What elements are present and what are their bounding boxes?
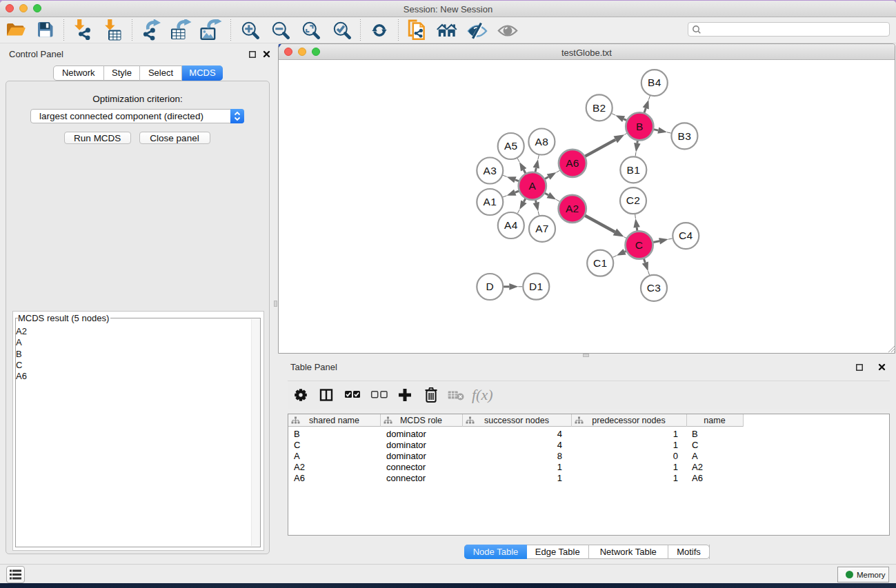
svg-text:B4: B4 <box>648 77 661 88</box>
svg-text:C: C <box>635 239 644 251</box>
svg-text:A3: A3 <box>484 165 497 176</box>
svg-text:B: B <box>636 121 644 132</box>
svg-text:C2: C2 <box>626 194 640 206</box>
svg-text:D: D <box>486 281 495 292</box>
svg-text:D1: D1 <box>529 281 543 292</box>
svg-text:A8: A8 <box>535 136 549 148</box>
svg-text:A5: A5 <box>504 140 518 152</box>
svg-text:B2: B2 <box>593 102 606 114</box>
svg-text:B3: B3 <box>678 130 692 142</box>
svg-text:C3: C3 <box>647 282 661 294</box>
svg-text:A6: A6 <box>566 157 579 169</box>
svg-text:A1: A1 <box>484 196 497 207</box>
svg-text:A2: A2 <box>566 203 579 214</box>
svg-text:B1: B1 <box>627 164 641 176</box>
svg-text:A4: A4 <box>504 219 518 231</box>
svg-text:C1: C1 <box>593 257 607 269</box>
svg-text:A: A <box>528 180 536 192</box>
svg-text:C4: C4 <box>679 230 693 241</box>
svg-text:A7: A7 <box>535 223 549 234</box>
